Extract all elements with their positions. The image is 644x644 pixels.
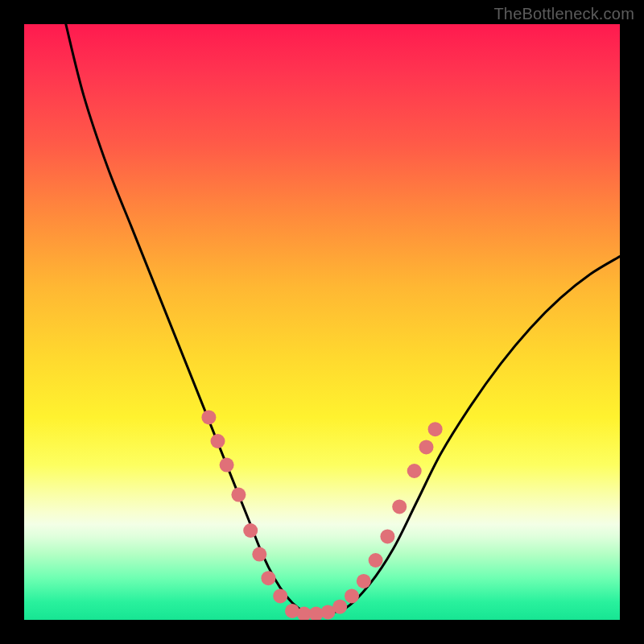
- data-dot: [345, 588, 359, 603]
- data-dot: [392, 499, 407, 514]
- data-dot: [211, 434, 225, 448]
- data-dot: [332, 600, 347, 614]
- data-dot: [419, 440, 434, 454]
- data-dot: [243, 523, 258, 538]
- data-dot: [252, 547, 266, 562]
- data-dot: [380, 529, 394, 543]
- data-dot: [407, 464, 422, 478]
- data-dot: [201, 410, 216, 424]
- data-dot: [273, 588, 287, 603]
- chart-overlay: [24, 24, 620, 620]
- data-dot: [220, 458, 234, 473]
- data-dots: [201, 410, 442, 620]
- bottleneck-curve: [66, 24, 620, 615]
- chart-frame: TheBottleneck.com: [0, 0, 644, 644]
- plot-area: [24, 24, 620, 620]
- data-dot: [357, 574, 371, 588]
- data-dot: [261, 571, 275, 585]
- data-dot: [428, 422, 443, 436]
- watermark-text: TheBottleneck.com: [493, 5, 634, 23]
- data-dot: [231, 488, 246, 502]
- data-dot: [369, 553, 383, 568]
